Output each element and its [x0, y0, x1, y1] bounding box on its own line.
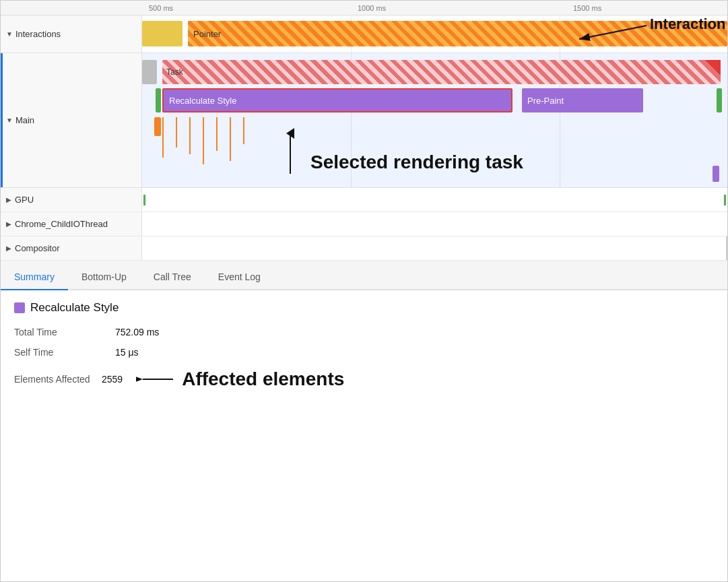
gpu-green-dot-left	[143, 195, 145, 205]
self-time-label: Self Time	[14, 347, 102, 358]
mini-orange-block	[154, 117, 161, 136]
interactions-label-text: Interactions	[15, 29, 61, 39]
task-label-text: Task	[166, 67, 183, 77]
svg-text:Selected rendering task: Selected rendering task	[310, 152, 523, 172]
time-ruler: 500 ms 1000 ms 1500 ms	[1, 1, 727, 15]
elements-affected-label: Elements Affected	[14, 374, 102, 385]
main-row: ▼ Main Task Recalculate Style Pre-Paint	[1, 53, 727, 188]
interactions-label: ▼ Interactions	[1, 15, 142, 53]
compositor-row: ▶ Compositor	[1, 236, 727, 261]
svg-text:Interaction: Interaction	[650, 15, 725, 32]
collapse-triangle-compositor[interactable]: ▶	[6, 245, 11, 252]
main-label: ▼ Main	[1, 53, 142, 187]
task-label: Task	[162, 60, 183, 84]
task-bar	[162, 60, 721, 84]
affected-elements-annotation-text: Affected elements	[182, 368, 344, 390]
compositor-track	[142, 236, 727, 260]
interaction-arrow-svg: Interaction	[458, 15, 727, 53]
prepaint-bar[interactable]: Pre-Paint	[522, 88, 643, 112]
collapse-triangle-main[interactable]: ▼	[6, 117, 13, 124]
pointer-text: Pointer	[193, 29, 221, 39]
collapse-triangle-gpu[interactable]: ▶	[6, 196, 11, 203]
summary-title-row: Recalculate Style	[14, 301, 714, 315]
selected-annotation-svg: Selected rendering task	[243, 120, 647, 181]
recalc-bar[interactable]: Recalculate Style	[162, 88, 512, 112]
elements-affected-row: Elements Affected 2559 Affected elements	[14, 367, 714, 391]
tab-event-log[interactable]: Event Log	[205, 265, 274, 290]
main-blue-border	[1, 53, 3, 187]
gpu-row: ▶ GPU	[1, 188, 727, 212]
summary-title: Recalculate Style	[30, 301, 119, 315]
tick-1	[162, 117, 164, 158]
tick-3	[189, 117, 191, 154]
affected-arrow-svg	[136, 367, 176, 391]
tab-summary[interactable]: Summary	[1, 265, 68, 290]
main-track: Task Recalculate Style Pre-Paint	[142, 53, 727, 187]
recalc-label-text: Recalculate Style	[169, 96, 236, 106]
green-bar-right	[717, 88, 722, 112]
red-corner	[704, 60, 721, 76]
gpu-label[interactable]: ▶ GPU	[1, 188, 142, 212]
green-bar-left	[156, 88, 161, 112]
compositor-label-text: Compositor	[15, 243, 59, 253]
elements-affected-value: 2559	[102, 374, 123, 385]
total-time-value: 752.09 ms	[115, 327, 159, 337]
affected-annotation: Affected elements	[136, 367, 344, 391]
tick-2	[176, 117, 177, 148]
mini-purple-block	[713, 166, 719, 182]
pointer-block	[142, 21, 183, 46]
interaction-annotation-container: Interaction	[458, 15, 727, 53]
interactions-row: ▼ Interactions Pointer Interactio	[1, 15, 727, 53]
child-io-label[interactable]: ▶ Chrome_ChildIOThread	[1, 212, 142, 236]
child-io-label-text: Chrome_ChildIOThread	[15, 219, 108, 229]
svg-line-0	[579, 26, 647, 39]
recalc-color-box	[14, 302, 25, 313]
self-time-value: 15 μs	[115, 347, 139, 358]
gpu-green-dot-right	[724, 195, 726, 205]
prepaint-label-text: Pre-Paint	[527, 96, 564, 106]
compositor-divider	[726, 236, 727, 260]
compositor-label[interactable]: ▶ Compositor	[1, 236, 142, 260]
collapse-triangle-childio[interactable]: ▶	[6, 220, 11, 228]
pointer-label: Pointer	[188, 21, 221, 46]
self-time-row: Self Time 15 μs	[14, 347, 714, 358]
gpu-label-text: GPU	[15, 195, 34, 205]
tick-5	[216, 117, 218, 151]
total-time-label: Total Time	[14, 327, 102, 337]
gray-block	[142, 60, 157, 84]
tab-bottom-up[interactable]: Bottom-Up	[68, 265, 140, 290]
summary-panel: Recalculate Style Total Time 752.09 ms S…	[1, 290, 727, 412]
main-label-text: Main	[15, 115, 34, 125]
total-time-row: Total Time 752.09 ms	[14, 327, 714, 337]
time-label-500: 500 ms	[149, 4, 173, 12]
interactions-track: Pointer Interaction	[142, 15, 727, 53]
tabs-bar: Summary Bottom-Up Call Tree Event Log	[1, 261, 727, 290]
tick-4	[203, 117, 204, 164]
time-label-1000: 1000 ms	[358, 4, 386, 12]
tick-6	[230, 117, 231, 161]
collapse-triangle-interactions[interactable]: ▼	[6, 30, 13, 38]
gpu-track	[142, 188, 727, 212]
tab-call-tree[interactable]: Call Tree	[140, 265, 205, 290]
child-io-row: ▶ Chrome_ChildIOThread	[1, 212, 727, 236]
time-label-1500: 1500 ms	[573, 4, 601, 12]
child-io-track	[142, 212, 727, 236]
